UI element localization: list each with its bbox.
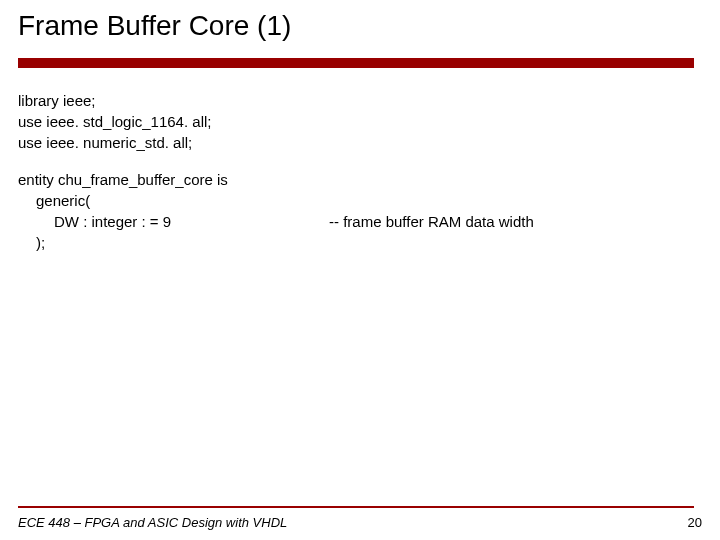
blank-line [18, 153, 702, 169]
code-block: library ieee; use ieee. std_logic_1164. … [18, 90, 702, 253]
code-comment: -- frame buffer RAM data width [329, 211, 534, 232]
page-number: 20 [688, 515, 702, 530]
slide: Frame Buffer Core (1) library ieee; use … [0, 0, 720, 540]
code-line: use ieee. std_logic_1164. all; [18, 111, 702, 132]
footer-course: ECE 448 – FPGA and ASIC Design with VHDL [18, 515, 287, 530]
code-line: library ieee; [18, 90, 702, 111]
footer-divider [18, 506, 694, 508]
code-line: ); [18, 232, 702, 253]
code-line: entity chu_frame_buffer_core is [18, 169, 702, 190]
slide-title: Frame Buffer Core (1) [18, 10, 291, 42]
code-line: use ieee. numeric_std. all; [18, 132, 702, 153]
code-line: generic( [18, 190, 702, 211]
title-underline [18, 58, 694, 68]
code-text: DW : integer : = 9 [54, 211, 329, 232]
code-line: DW : integer : = 9 -- frame buffer RAM d… [18, 211, 702, 232]
